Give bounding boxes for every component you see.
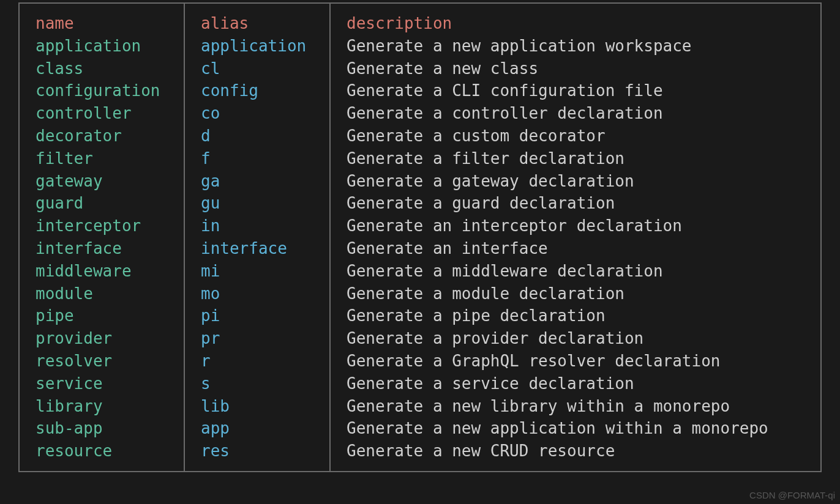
table-row: decoratordGenerate a custom decorator xyxy=(20,125,820,147)
cell-description: Generate a module declaration xyxy=(331,283,820,305)
cell-alias: s xyxy=(185,372,331,395)
cell-alias: pr xyxy=(185,327,331,350)
table-pad-row xyxy=(20,462,820,471)
cell-name: interceptor xyxy=(20,215,185,237)
cell-name: middleware xyxy=(20,260,185,283)
cell-alias: mi xyxy=(185,260,331,283)
table-row: gatewaygaGenerate a gateway declaration xyxy=(20,170,820,193)
watermark: CSDN @FORMAT-qi xyxy=(749,490,835,500)
cell-description: Generate a new library within a monorepo xyxy=(331,395,820,418)
cell-name: filter xyxy=(20,147,185,170)
cell-description: Generate a new CRUD resource xyxy=(331,440,820,462)
cell-description: Generate a controller declaration xyxy=(331,102,820,125)
table-row: interceptorinGenerate an interceptor dec… xyxy=(20,215,820,237)
table-row: interfaceinterfaceGenerate an interface xyxy=(20,237,820,260)
cell-alias: d xyxy=(185,125,331,147)
table-row: classclGenerate a new class xyxy=(20,57,820,80)
cell-description: Generate a filter declaration xyxy=(331,147,820,170)
cell-name: controller xyxy=(20,102,185,125)
cell-name: resolver xyxy=(20,350,185,372)
table-row: sub-appappGenerate a new application wit… xyxy=(20,417,820,440)
cell-name: interface xyxy=(20,237,185,260)
cell-alias: r xyxy=(185,350,331,372)
schematics-table: name alias description applicationapplic… xyxy=(18,2,822,472)
cell-description: Generate an interface xyxy=(331,237,820,260)
cell-description: Generate a pipe declaration xyxy=(331,305,820,327)
cell-description: Generate a provider declaration xyxy=(331,327,820,350)
header-alias: alias xyxy=(185,4,331,35)
cell-description: Generate an interceptor declaration xyxy=(331,215,820,237)
cell-description: Generate a new application within a mono… xyxy=(331,417,820,440)
header-name: name xyxy=(20,4,185,35)
table-row: middlewaremiGenerate a middleware declar… xyxy=(20,260,820,283)
cell-alias: pi xyxy=(185,305,331,327)
table-row: resourceresGenerate a new CRUD resource xyxy=(20,440,820,462)
cell-alias: cl xyxy=(185,57,331,80)
header-description: description xyxy=(331,4,820,35)
cell-description: Generate a custom decorator xyxy=(331,125,820,147)
cell-name: gateway xyxy=(20,170,185,193)
cell-name: decorator xyxy=(20,125,185,147)
cell-description: Generate a new application workspace xyxy=(331,35,820,57)
table-row: applicationapplicationGenerate a new app… xyxy=(20,35,820,57)
table-row: pipepiGenerate a pipe declaration xyxy=(20,305,820,327)
cell-alias: gu xyxy=(185,192,331,215)
cell-alias: co xyxy=(185,102,331,125)
cell-description: Generate a service declaration xyxy=(331,372,820,395)
table-row: controllercoGenerate a controller declar… xyxy=(20,102,820,125)
cell-alias: app xyxy=(185,417,331,440)
cell-alias: lib xyxy=(185,395,331,418)
cell-name: guard xyxy=(20,192,185,215)
cell-description: Generate a gateway declaration xyxy=(331,170,820,193)
cell-name: application xyxy=(20,35,185,57)
table-row: resolverrGenerate a GraphQL resolver dec… xyxy=(20,350,820,372)
cell-description: Generate a guard declaration xyxy=(331,192,820,215)
cell-alias: f xyxy=(185,147,331,170)
cell-alias: application xyxy=(185,35,331,57)
table-row: filterfGenerate a filter declaration xyxy=(20,147,820,170)
table-row: providerprGenerate a provider declaratio… xyxy=(20,327,820,350)
cell-name: pipe xyxy=(20,305,185,327)
cell-name: service xyxy=(20,372,185,395)
cell-alias: config xyxy=(185,80,331,102)
cell-alias: in xyxy=(185,215,331,237)
cell-name: resource xyxy=(20,440,185,462)
table-header-row: name alias description xyxy=(20,4,820,35)
cell-alias: ga xyxy=(185,170,331,193)
table-row: librarylibGenerate a new library within … xyxy=(20,395,820,418)
cell-description: Generate a new class xyxy=(331,57,820,80)
cell-name: configuration xyxy=(20,80,185,102)
cell-alias: mo xyxy=(185,283,331,305)
table-row: servicesGenerate a service declaration xyxy=(20,372,820,395)
cell-description: Generate a CLI configuration file xyxy=(331,80,820,102)
cell-name: provider xyxy=(20,327,185,350)
cell-alias: res xyxy=(185,440,331,462)
table-row: guardguGenerate a guard declaration xyxy=(20,192,820,215)
cell-description: Generate a middleware declaration xyxy=(331,260,820,283)
cell-description: Generate a GraphQL resolver declaration xyxy=(331,350,820,372)
cell-name: class xyxy=(20,57,185,80)
table-row: modulemoGenerate a module declaration xyxy=(20,283,820,305)
cell-name: library xyxy=(20,395,185,418)
cell-alias: interface xyxy=(185,237,331,260)
cell-name: module xyxy=(20,283,185,305)
table-row: configurationconfigGenerate a CLI config… xyxy=(20,80,820,102)
cell-name: sub-app xyxy=(20,417,185,440)
